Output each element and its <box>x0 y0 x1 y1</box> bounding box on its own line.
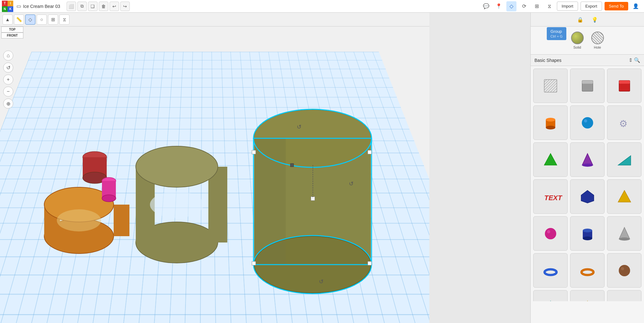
title-area: ▭ Ice Cream Bear 03 <box>15 3 60 9</box>
shape-orange-torus[interactable] <box>570 253 605 288</box>
hole-option[interactable]: Hole <box>591 32 604 49</box>
toolbar-left: ⬜ ⧉ ❑ 🗑 ↩ ↪ <box>67 2 130 11</box>
undo-button[interactable]: ↩ <box>110 2 119 11</box>
shapes-header: Basic Shapes ⇕ 🔍 <box>531 55 644 66</box>
snap-button[interactable]: ⧖ <box>59 15 69 25</box>
shape-navy-box[interactable] <box>570 179 605 214</box>
solid-option[interactable]: Solid <box>571 32 584 49</box>
duplicate-button[interactable]: ❑ <box>88 2 98 11</box>
shapes-title: Basic Shapes <box>534 58 562 63</box>
logo-t: T <box>2 1 8 6</box>
svg-point-67 <box>621 267 624 270</box>
shape-pink-sphere[interactable] <box>533 216 568 251</box>
fit-view-button[interactable]: ⊕ <box>3 99 13 109</box>
top-view-button[interactable]: TOP <box>1 27 23 33</box>
solid-circle <box>571 32 584 44</box>
solid-label: Solid <box>573 45 581 49</box>
hole-label: Hole <box>594 45 601 49</box>
bulb-icon[interactable]: 💡 <box>589 15 600 25</box>
shape-navy-cylinder[interactable] <box>570 216 605 251</box>
logo-n: N <box>2 6 8 12</box>
app-logo[interactable]: T I N K <box>2 1 13 12</box>
zoom-in-button[interactable]: + <box>3 75 13 85</box>
nav-controls: ⌂ ↺ + − ⊕ <box>3 51 13 109</box>
shape-red-box[interactable] <box>607 69 641 103</box>
toggle-view-button[interactable]: ▲ <box>3 15 13 25</box>
shape-text[interactable]: TEXT <box>533 179 568 214</box>
toolbar-right: 💬 📍 ◇ ⟳ ⊞ ⧖ Import Export Send To 👤 <box>481 1 644 11</box>
align-icon[interactable]: ⊞ <box>532 1 542 11</box>
comment-icon[interactable]: 💬 <box>481 1 491 11</box>
svg-marker-60 <box>619 227 630 239</box>
file-icon: ▭ <box>16 3 21 9</box>
svg-text:⚙: ⚙ <box>619 118 628 129</box>
shape-orange-cylinder[interactable] <box>533 105 568 140</box>
user-icon[interactable]: 👤 <box>631 1 641 11</box>
svg-point-44 <box>546 126 555 129</box>
copy-workspace-button[interactable]: ⧉ <box>77 2 87 11</box>
file-title: Ice Cream Bear 03 <box>23 4 60 9</box>
shape-gray-box[interactable] <box>570 69 605 103</box>
sendto-button[interactable]: Send To <box>605 2 628 10</box>
shape-blue-torus[interactable] <box>533 253 568 288</box>
export-button[interactable]: Export <box>581 2 602 11</box>
pin-icon[interactable]: 📍 <box>494 1 504 11</box>
svg-point-59 <box>583 236 592 240</box>
new-button[interactable]: ⬜ <box>67 2 76 11</box>
svg-point-46 <box>584 119 587 123</box>
shape-striped-box[interactable] <box>533 69 568 103</box>
mirror-icon[interactable]: ⧖ <box>544 1 554 11</box>
svg-marker-54 <box>618 190 631 202</box>
svg-text:TEXT: TEXT <box>544 194 563 202</box>
svg-point-61 <box>619 237 630 241</box>
view3d-button[interactable]: ○ <box>37 15 47 25</box>
front-view-button[interactable]: FRONT <box>1 33 23 39</box>
workplane <box>0 52 429 323</box>
shape-purple-cone[interactable] <box>570 142 605 177</box>
svg-point-45 <box>582 117 593 129</box>
delete-button[interactable]: 🗑 <box>99 2 108 11</box>
grid-lines <box>0 52 429 323</box>
shape-red-box2[interactable] <box>607 290 641 301</box>
grid-button[interactable]: ⊞ <box>48 15 58 25</box>
right-panel: 🔒 💡 Group Ctrl + G Solid Hole Basic Shap… <box>530 0 644 323</box>
select-button[interactable]: ◇ <box>25 15 35 25</box>
second-toolbar: ▲ 📏 ◇ ○ ⊞ ⧖ <box>0 13 429 27</box>
svg-point-56 <box>547 230 550 233</box>
svg-point-58 <box>583 229 592 232</box>
viewport[interactable]: ↺ ↺ ↺ <box>0 27 429 323</box>
lock-icon[interactable]: 🔒 <box>575 15 586 25</box>
zoom-out-button[interactable]: − <box>3 87 13 97</box>
orbit-nav-button[interactable]: ↺ <box>3 63 13 73</box>
rotate-icon[interactable]: ⟳ <box>519 1 529 11</box>
shape-teal-wedge[interactable] <box>607 142 641 177</box>
shape-teal-star[interactable] <box>533 290 568 301</box>
svg-marker-68 <box>545 301 556 302</box>
shape-silver-torus[interactable]: ⚙ <box>607 105 641 140</box>
svg-marker-49 <box>582 153 593 165</box>
svg-marker-69 <box>582 301 593 302</box>
import-button[interactable]: Import <box>557 2 578 11</box>
home-nav-button[interactable]: ⌂ <box>3 51 13 61</box>
top-bar: T I N K ▭ Ice Cream Bear 03 ⬜ ⧉ ❑ 🗑 ↩ ↪ … <box>0 0 644 13</box>
svg-marker-53 <box>581 190 594 203</box>
shapes-search-icon[interactable]: 🔍 <box>634 57 640 63</box>
svg-rect-36 <box>544 80 557 92</box>
shape-brown-sphere[interactable] <box>607 253 641 288</box>
svg-marker-48 <box>544 153 557 165</box>
svg-point-66 <box>619 265 630 276</box>
shapes-grid: ⚙ TEXT <box>531 66 644 301</box>
redo-button[interactable]: ↪ <box>120 2 130 11</box>
view-label: TOP FRONT <box>1 27 23 39</box>
shape-gray-cone[interactable] <box>607 216 641 251</box>
shape-blue-sphere[interactable] <box>570 105 605 140</box>
shape-yellow-pyramid[interactable] <box>607 179 641 214</box>
shape-green-pyramid[interactable] <box>533 142 568 177</box>
shape-yellow-star[interactable] <box>570 290 605 301</box>
shape-gen-icon[interactable]: ◇ <box>506 1 516 11</box>
svg-rect-41 <box>619 81 630 84</box>
svg-point-50 <box>582 164 593 167</box>
measure-button[interactable]: 📏 <box>14 15 24 25</box>
svg-rect-39 <box>582 81 593 84</box>
shapes-dropdown-icon[interactable]: ⇕ <box>629 57 633 63</box>
